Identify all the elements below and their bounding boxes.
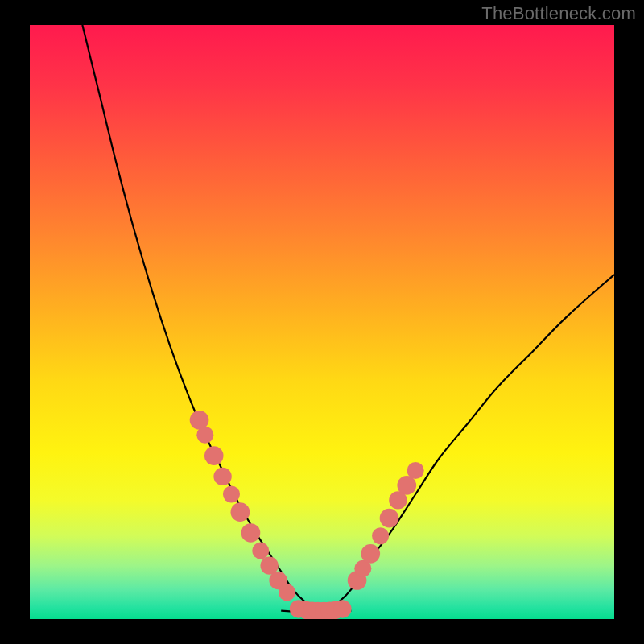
marker-dot <box>333 600 351 617</box>
gradient-background <box>30 25 614 619</box>
marker-dot <box>223 485 240 502</box>
marker-dot <box>242 523 261 543</box>
marker-dot <box>196 427 213 444</box>
marker-dot <box>204 446 224 465</box>
marker-dot <box>279 584 295 601</box>
marker-dot <box>231 502 250 522</box>
marker-dot <box>407 462 424 479</box>
marker-dot <box>361 544 380 564</box>
marker-dot <box>213 468 231 485</box>
marker-dot <box>380 509 399 528</box>
watermark-text: TheBottleneck.com <box>481 3 636 24</box>
chart-container: TheBottleneck.com <box>0 0 644 644</box>
plot-area <box>30 25 614 619</box>
bottleneck-chart <box>30 25 614 619</box>
marker-dot <box>252 543 269 559</box>
marker-dot <box>372 527 389 544</box>
